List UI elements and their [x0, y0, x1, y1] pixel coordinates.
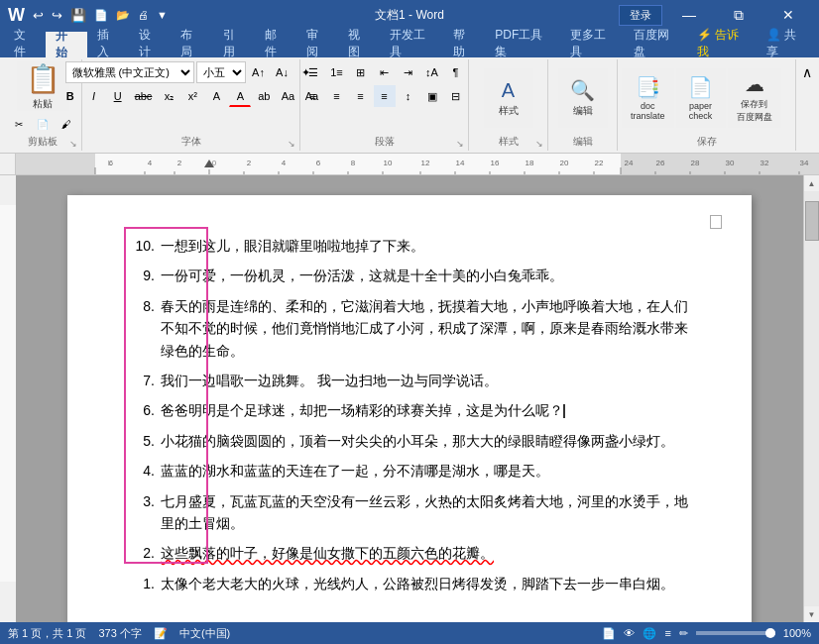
font-family-select[interactable]: 微软雅黑 (中文正文)	[65, 61, 194, 83]
edit-group: 🔍 编辑 编辑	[548, 59, 618, 151]
svg-text:20: 20	[560, 159, 569, 167]
new-icon[interactable]: 📄	[94, 9, 108, 22]
styles-button[interactable]: A 样式	[484, 68, 533, 128]
outline-icon[interactable]: ≡	[664, 627, 670, 639]
align-left-button[interactable]: ≡	[302, 85, 324, 107]
font-grow-button[interactable]: A↑	[248, 61, 270, 83]
strikethrough-button[interactable]: abc	[131, 85, 157, 107]
scroll-up-arrow[interactable]: ▲	[804, 175, 820, 191]
right-scrollbar[interactable]: ▲ ▼	[803, 175, 819, 622]
tab-view[interactable]: 视图	[338, 30, 380, 57]
text-color-button[interactable]: A	[229, 85, 251, 107]
tab-pdf[interactable]: PDF工具集	[485, 30, 559, 57]
cut-button[interactable]: ✂	[8, 113, 30, 135]
tab-more-tools[interactable]: 更多工具	[560, 30, 624, 57]
document-page: 10. 一想到这儿，眼泪就噼里啪啦地掉了下来。 9. 一份可爱，一份机灵，一份活…	[67, 195, 752, 622]
svg-rect-3	[621, 154, 819, 174]
ribbon-collapse-button[interactable]: ∧	[796, 61, 818, 83]
subscript-button[interactable]: x₂	[158, 85, 179, 107]
tab-insert[interactable]: 插入	[87, 30, 129, 57]
text-effect-button[interactable]: A	[205, 85, 227, 107]
tab-mailings[interactable]: 邮件	[255, 30, 296, 57]
decrease-indent-button[interactable]: ⇤	[374, 61, 396, 83]
tab-help[interactable]: 帮助	[443, 30, 485, 57]
clipboard-expand-icon[interactable]: ↘	[69, 139, 77, 149]
redo-icon[interactable]: ↪	[52, 8, 62, 23]
item-text: 太像个老大老大的火球，光线灼人，公路被烈日烤得发烫，脚踏下去一步一串白烟。	[161, 573, 674, 594]
title-bar-left: W ↩ ↪ 💾 📄 📂 🖨 ▼	[8, 5, 168, 26]
justify-button[interactable]: ≡	[374, 85, 396, 107]
font-color-button[interactable]: Aa	[277, 85, 298, 107]
scroll-track[interactable]	[804, 191, 819, 606]
tab-home[interactable]: 开始	[46, 30, 87, 57]
border-button[interactable]: ⊟	[445, 85, 467, 107]
undo-icon[interactable]: ↩	[33, 8, 44, 23]
paper-check-button[interactable]: 📄 paper check	[676, 68, 726, 128]
layout-icon[interactable]: 📄	[602, 627, 616, 640]
font-expand-icon[interactable]: ↘	[288, 139, 295, 149]
tab-baidu[interactable]: 百度网盘	[624, 30, 687, 57]
show-marks-button[interactable]: ¶	[445, 61, 467, 83]
tab-developer[interactable]: 开发工具	[380, 30, 443, 57]
paragraph-expand-icon[interactable]: ↘	[456, 139, 464, 149]
close-button[interactable]: ✕	[765, 0, 811, 30]
multilevel-list-button[interactable]: ⊞	[350, 61, 372, 83]
align-center-button[interactable]: ≡	[326, 85, 348, 107]
shading-button[interactable]: ▣	[421, 85, 443, 107]
svg-text:34: 34	[800, 159, 809, 167]
svg-text:22: 22	[595, 159, 604, 167]
svg-text:12: 12	[421, 159, 430, 167]
align-right-button[interactable]: ≡	[350, 85, 372, 107]
open-icon[interactable]: 📂	[116, 9, 130, 22]
list-item: 5. 小花猫的脑袋圆圆的，顶着一对尖尖的小耳朵，那大大的绿眼睛瞪得像两盏小绿灯。	[127, 430, 692, 452]
edit-button[interactable]: 🔍 编辑	[558, 68, 608, 128]
scroll-area[interactable]: 10. 一想到这儿，眼泪就噼里啪啦地掉了下来。 9. 一份可爱，一份机灵，一份活…	[16, 175, 803, 622]
line-spacing-button[interactable]: ↕	[398, 85, 419, 107]
minimize-button[interactable]: —	[666, 0, 712, 30]
styles-label: 样式	[499, 104, 519, 118]
format-painter-button[interactable]: 🖌	[56, 113, 77, 135]
tab-tell-me[interactable]: ⚡ 告诉我	[687, 30, 757, 57]
bullets-button[interactable]: ☰	[302, 61, 324, 83]
italic-button[interactable]: I	[83, 85, 105, 107]
login-button[interactable]: 登录	[619, 5, 662, 26]
numbering-button[interactable]: 1≡	[326, 61, 348, 83]
increase-indent-button[interactable]: ⇥	[398, 61, 419, 83]
item-number: 10.	[127, 235, 155, 257]
styles-expand-icon[interactable]: ↘	[535, 139, 543, 149]
highlight-button[interactable]: ab	[253, 85, 275, 107]
tab-share[interactable]: 👤 共享	[757, 30, 815, 57]
restore-button[interactable]: ⧉	[716, 0, 761, 30]
scroll-down-arrow[interactable]: ▼	[804, 606, 820, 622]
copy-button[interactable]: 📄	[32, 113, 54, 135]
tab-design[interactable]: 设计	[129, 30, 171, 57]
underline-button[interactable]: U	[107, 85, 129, 107]
left-ruler	[0, 175, 16, 622]
tab-references[interactable]: 引用	[213, 30, 255, 57]
save-to-baidu-button[interactable]: ☁ 保存到 百度网盘	[728, 68, 781, 128]
font-group-label: 字体	[82, 135, 299, 149]
styles-group: A 样式 样式 ↘	[469, 59, 548, 151]
zoom-slider[interactable]	[696, 631, 775, 635]
tab-layout[interactable]: 布局	[171, 30, 212, 57]
tab-file[interactable]: 文件	[4, 30, 46, 57]
superscript-button[interactable]: x²	[181, 85, 203, 107]
item-text: 小花猫的脑袋圆圆的，顶着一对尖尖的小耳朵，那大大的绿眼睛瞪得像两盏小绿灯。	[161, 430, 674, 452]
sort-button[interactable]: ↕A	[421, 61, 443, 83]
bold-button[interactable]: B	[59, 85, 81, 107]
more-icon[interactable]: ▼	[157, 9, 168, 21]
scroll-thumb[interactable]	[805, 201, 819, 241]
quick-access-toolbar: W ↩ ↪ 💾 📄 📂 🖨 ▼	[8, 5, 168, 26]
read-icon[interactable]: 👁	[624, 627, 635, 639]
list-item: 6. 爸爸明明是个足球迷，却把一场精彩的球赛关掉，这是为什么呢？	[127, 399, 692, 421]
tab-review[interactable]: 审阅	[296, 30, 338, 57]
web-icon[interactable]: 🌐	[643, 627, 656, 640]
font-shrink-button[interactable]: A↓	[272, 61, 293, 83]
doc-translate-button[interactable]: 📑 doc translate	[622, 68, 674, 128]
paragraph-row-1: ☰ 1≡ ⊞ ⇤ ⇥ ↕A ¶	[302, 61, 467, 83]
print-icon[interactable]: 🖨	[138, 9, 149, 21]
font-size-select[interactable]: 小五	[196, 61, 246, 83]
ruler-corner	[0, 154, 16, 175]
draft-icon[interactable]: ✏	[679, 627, 688, 640]
save-icon[interactable]: 💾	[70, 8, 86, 23]
